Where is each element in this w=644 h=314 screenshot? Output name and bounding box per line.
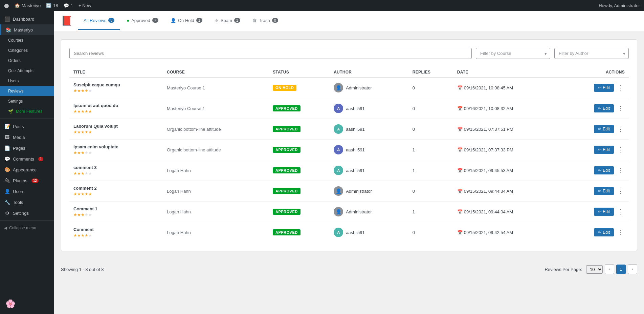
sidebar-item-dashboard[interactable]: ⬛ Dashboard [0, 14, 54, 24]
more-actions-button-5[interactable]: ⋮ [616, 187, 625, 195]
sidebar-item-users-main[interactable]: 👤 Users [0, 186, 54, 197]
table-row: Ipsam enim voluptate ★★★★★ Organic botto… [69, 140, 629, 160]
col-actions: ACTIONS [563, 67, 629, 78]
cell-date-7: 📅09/15/2021, 09:42:54 AM [453, 222, 563, 243]
sidebar-item-reviews[interactable]: Reviews [0, 86, 54, 96]
more-actions-button-7[interactable]: ⋮ [616, 228, 625, 237]
sidebar-item-courses[interactable]: Courses [0, 35, 54, 45]
sidebar-item-categories[interactable]: Categories [0, 45, 54, 56]
filter-course-select[interactable]: Filter by Course [476, 48, 550, 59]
updates-link[interactable]: 🔄 18 [46, 3, 58, 8]
edit-button-5[interactable]: ✏ Edit [594, 187, 614, 195]
pagination: Reviews Per Page: 10 20 50 ‹ 1 › [545, 265, 637, 274]
edit-button-6[interactable]: ✏ Edit [594, 208, 614, 216]
table-header-row: TITLE COURSE STATUS AUTHOR REPLIES DATE … [69, 67, 629, 78]
review-stars-3: ★★★★★ [73, 150, 159, 155]
tab-trash[interactable]: 🗑 Trash 0 [247, 12, 284, 30]
site-icon: 🏠 [15, 3, 20, 8]
collapse-menu-item[interactable]: ◀ Collapse menu [0, 223, 54, 233]
posts-label: Posts [13, 124, 24, 129]
cell-title-5: comment 2 ★★★★★ [69, 181, 163, 202]
next-page-button[interactable]: › [628, 265, 637, 274]
tab-onhold[interactable]: 👤 On Hold 1 [165, 12, 208, 30]
sidebar-item-masteriyo[interactable]: 📚 Masteriyo [0, 24, 54, 35]
cell-replies-1: 0 [408, 98, 453, 119]
more-actions-button-4[interactable]: ⋮ [616, 166, 625, 175]
wp-icon: ⬤ [4, 3, 9, 8]
edit-icon-3: ✏ [598, 147, 601, 152]
orders-label: Orders [8, 58, 21, 63]
cell-replies-0: 0 [408, 78, 453, 98]
more-actions-button-2[interactable]: ⋮ [616, 125, 625, 133]
cell-status-7: APPROVED [269, 222, 330, 243]
wp-logo-link[interactable]: ⬤ [4, 3, 9, 8]
sidebar-item-settings-main[interactable]: ⚙ Settings [0, 208, 54, 218]
sidebar-item-pages[interactable]: 📄 Pages [0, 143, 54, 153]
sidebar-item-more-features[interactable]: 🌱 More Features [0, 106, 54, 117]
cell-course-5: Logan Hahn [163, 181, 269, 202]
pages-label: Pages [13, 146, 25, 151]
filter-author-select[interactable]: Filter by Author [554, 48, 629, 59]
status-badge-0: ON HOLD [273, 85, 296, 91]
edit-button-3[interactable]: ✏ Edit [594, 146, 614, 154]
tab-approved[interactable]: ● Approved 7 [121, 12, 164, 30]
edit-button-0[interactable]: ✏ Edit [594, 84, 614, 92]
sidebar-item-users-sub[interactable]: Users [0, 76, 54, 86]
new-content-link[interactable]: + New [79, 3, 91, 8]
avatar: A [334, 145, 343, 154]
comments-count: 1 [71, 3, 73, 8]
sidebar-item-comments[interactable]: 💬 Comments 1 [0, 153, 54, 164]
star-5: ★ [88, 192, 92, 196]
more-actions-button-3[interactable]: ⋮ [616, 145, 625, 154]
cell-title-6: Comment 1 ★★★★★ [69, 202, 163, 222]
per-page-label: Reviews Per Page: [545, 267, 582, 272]
table-row: Ipsum ut aut quod do ★★★★★ Masteriyo Cou… [69, 98, 629, 119]
edit-button-4[interactable]: ✏ Edit [594, 166, 614, 174]
sidebar: ⬛ Dashboard 📚 Masteriyo Courses Categori… [0, 11, 54, 314]
comments-sidebar-label: Comments [13, 156, 34, 162]
star-1: ★ [73, 233, 77, 238]
cell-date-2: 📅09/15/2021, 07:37:51 PM [453, 119, 563, 140]
cell-actions-1: ✏ Edit ⋮ [563, 98, 629, 119]
edit-button-7[interactable]: ✏ Edit [594, 228, 614, 236]
site-name-link[interactable]: 🏠 Masteriyo [15, 3, 41, 8]
prev-page-button[interactable]: ‹ [605, 265, 614, 274]
review-stars-7: ★★★★★ [73, 233, 159, 238]
edit-button-1[interactable]: ✏ Edit [594, 104, 614, 112]
more-actions-button-0[interactable]: ⋮ [616, 83, 625, 92]
star-2: ★ [77, 192, 81, 196]
cell-title-1: Ipsum ut aut quod do ★★★★★ [69, 98, 163, 119]
cell-status-6: APPROVED [269, 202, 330, 222]
avatar: A [334, 228, 343, 237]
more-actions-button-1[interactable]: ⋮ [616, 104, 625, 113]
review-stars-0: ★★★★★ [73, 88, 159, 93]
sidebar-item-media[interactable]: 🖼 Media [0, 132, 54, 143]
star-5: ★ [88, 212, 92, 217]
approved-icon: ● [127, 18, 129, 23]
cell-replies-5: 0 [408, 181, 453, 202]
sidebar-item-settings-sub[interactable]: Settings [0, 96, 54, 106]
col-title: TITLE [69, 67, 163, 78]
more-actions-button-6[interactable]: ⋮ [616, 207, 625, 216]
sidebar-item-posts[interactable]: 📝 Posts [0, 121, 54, 132]
edit-button-2[interactable]: ✏ Edit [594, 125, 614, 133]
col-replies: REPLIES [408, 67, 453, 78]
comments-link[interactable]: 💬 1 [64, 3, 73, 8]
sidebar-item-orders[interactable]: Orders [0, 56, 54, 66]
categories-label: Categories [8, 48, 28, 53]
pages-icon: 📄 [4, 145, 10, 151]
per-page-select[interactable]: 10 20 50 [586, 265, 603, 274]
star-5: ★ [88, 130, 92, 134]
users-icon: 👤 [4, 189, 10, 194]
cell-title-7: Comment ★★★★★ [69, 222, 163, 243]
page-1-button[interactable]: 1 [616, 265, 626, 274]
review-title-5: comment 2 [73, 186, 159, 191]
sidebar-item-plugins[interactable]: 🔌 Plugins 12 [0, 175, 54, 186]
sidebar-item-quiz-attempts[interactable]: Quiz Attempts [0, 66, 54, 76]
tab-spam[interactable]: ⚠ Spam 1 [209, 12, 246, 30]
comments-icon: 💬 [64, 3, 69, 8]
sidebar-item-appearance[interactable]: 🎨 Appearance [0, 164, 54, 175]
tab-all-reviews[interactable]: All Reviews 8 [78, 12, 120, 30]
search-input[interactable] [69, 48, 472, 59]
sidebar-item-tools[interactable]: 🔧 Tools [0, 197, 54, 208]
